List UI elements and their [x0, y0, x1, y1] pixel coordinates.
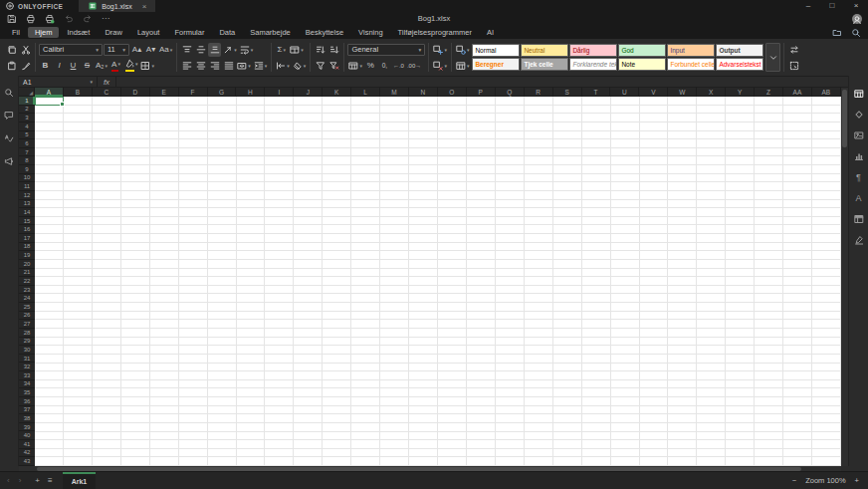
copy-style-button[interactable] — [19, 59, 32, 73]
cell-styles-expand-button[interactable] — [765, 43, 780, 72]
column-header-b[interactable]: B — [64, 88, 93, 97]
row-header-13[interactable]: 13 — [19, 200, 35, 209]
row-header-20[interactable]: 20 — [19, 260, 35, 269]
column-header-q[interactable]: Q — [496, 88, 525, 97]
cell-style-output[interactable]: Output — [716, 44, 763, 57]
row-header-2[interactable]: 2 — [19, 106, 35, 115]
cell-style-neutral[interactable]: Neutral — [521, 44, 568, 57]
column-header-p[interactable]: P — [467, 88, 496, 97]
zoom-out-button[interactable]: − — [792, 476, 796, 485]
row-header-36[interactable]: 36 — [19, 397, 35, 406]
column-header-x[interactable]: X — [697, 88, 726, 97]
align-center-button[interactable] — [194, 59, 207, 73]
menu-tab-ai[interactable]: AI — [480, 27, 501, 38]
menu-tab-hjem[interactable]: Hjem — [28, 27, 60, 38]
column-header-o[interactable]: O — [438, 88, 467, 97]
row-header-26[interactable]: 26 — [19, 312, 35, 321]
panel-search-button[interactable] — [2, 86, 16, 98]
decrease-font-button[interactable]: A▾ — [144, 43, 157, 57]
row-header-22[interactable]: 22 — [19, 277, 35, 286]
panel-comments-button[interactable] — [2, 109, 16, 121]
column-header-z[interactable]: Z — [755, 88, 783, 97]
merge-cells-button[interactable]: ▾ — [236, 59, 252, 73]
row-header-5[interactable]: 5 — [19, 131, 35, 140]
cell-style-note[interactable]: Note — [618, 58, 666, 71]
row-header-16[interactable]: 16 — [19, 225, 35, 234]
row-header-19[interactable]: 19 — [19, 251, 35, 260]
column-header-n[interactable]: N — [409, 88, 438, 97]
column-header-u[interactable]: U — [610, 88, 639, 97]
row-header-29[interactable]: 29 — [19, 338, 35, 347]
row-header-8[interactable]: 8 — [19, 156, 35, 165]
row-header-23[interactable]: 23 — [19, 286, 35, 295]
orientation-button[interactable]: ▾ — [222, 43, 238, 57]
underline-button[interactable]: U — [67, 59, 80, 73]
menu-tab-samarbejde[interactable]: Samarbejde — [243, 27, 297, 38]
row-header-37[interactable]: 37 — [19, 406, 35, 415]
column-header-j[interactable]: J — [294, 88, 323, 97]
autosum-button[interactable]: Σ▾ — [275, 43, 288, 57]
increase-decimal-button[interactable]: .00→ — [406, 59, 422, 73]
format-as-table-button[interactable]: ▾ — [455, 59, 471, 73]
align-top-button[interactable] — [180, 43, 193, 57]
column-header-h[interactable]: H — [236, 88, 265, 97]
font-name-select[interactable]: Calibri▾ — [39, 44, 103, 56]
menu-tab-indsæt[interactable]: Indsæt — [60, 27, 97, 38]
row-header-39[interactable]: 39 — [19, 423, 35, 432]
row-header-15[interactable]: 15 — [19, 217, 35, 226]
cell-style-input[interactable]: Input — [667, 44, 715, 57]
wrap-text-button[interactable]: ▾ — [239, 43, 255, 57]
row-header-25[interactable]: 25 — [19, 303, 35, 312]
clear-button[interactable]: ▾ — [292, 59, 308, 73]
percent-style-button[interactable]: % — [364, 59, 377, 73]
row-header-17[interactable]: 17 — [19, 234, 35, 243]
fill-color-button[interactable]: ▾ — [123, 59, 139, 73]
prev-sheet-button[interactable]: ‹ — [7, 476, 10, 485]
menu-tab-formular[interactable]: Formular — [167, 27, 211, 38]
row-header-27[interactable]: 27 — [19, 320, 35, 329]
vertical-scrollbar[interactable] — [841, 88, 848, 466]
row-header-6[interactable]: 6 — [19, 139, 35, 148]
row-header-21[interactable]: 21 — [19, 269, 35, 278]
row-header-40[interactable]: 40 — [19, 431, 35, 440]
align-left-button[interactable] — [180, 59, 193, 73]
subscript-button[interactable]: A₂▾ — [95, 59, 108, 73]
align-justify-button[interactable] — [222, 59, 235, 73]
menu-tab-tilføjelsesprogrammer[interactable]: Tilføjelsesprogrammer — [391, 27, 479, 38]
cell-style-dårlig[interactable]: Dårlig — [569, 44, 617, 57]
font-color-button[interactable]: A▾ — [109, 59, 122, 73]
sort-ascending-button[interactable] — [314, 43, 326, 57]
cell-style-god[interactable]: God — [618, 44, 666, 57]
row-header-10[interactable]: 10 — [19, 174, 35, 183]
vertical-scrollbar-thumb[interactable] — [842, 90, 847, 147]
indent-button[interactable]: ▾ — [253, 59, 269, 73]
column-header-m[interactable]: M — [380, 88, 409, 97]
select-all-corner[interactable]: ◢ — [19, 88, 35, 97]
cut-button[interactable] — [19, 43, 32, 57]
menu-tab-data[interactable]: Data — [212, 27, 242, 38]
cell-style-normal[interactable]: Normal — [472, 44, 520, 57]
column-header-c[interactable]: C — [93, 88, 121, 97]
zoom-in-button[interactable]: + — [855, 476, 859, 485]
row-header-30[interactable]: 30 — [19, 346, 35, 355]
panel-spellcheck-button[interactable] — [2, 131, 16, 143]
decrease-decimal-button[interactable]: ←.0 — [392, 59, 405, 73]
row-header-38[interactable]: 38 — [19, 414, 35, 423]
sheet-list-button[interactable]: ≡ — [48, 476, 53, 485]
filter-button[interactable] — [314, 59, 326, 73]
cell-style-forbundet-celle[interactable]: Forbundet celle — [667, 58, 715, 71]
conditional-formatting-button[interactable]: ▾ — [455, 43, 471, 57]
row-header-7[interactable]: 7 — [19, 148, 35, 157]
comma-style-button[interactable]: 0, — [378, 59, 391, 73]
column-header-k[interactable]: K — [323, 88, 351, 97]
column-header-aa[interactable]: AA — [783, 88, 812, 97]
font-size-select[interactable]: 11▾ — [104, 44, 129, 56]
column-header-i[interactable]: I — [265, 88, 294, 97]
panel-image-settings-button[interactable] — [852, 129, 866, 141]
panel-cell-settings-button[interactable] — [852, 88, 866, 100]
row-header-4[interactable]: 4 — [19, 122, 35, 131]
cell-style-tjek-celle[interactable]: Tjek celle — [521, 58, 568, 71]
bold-button[interactable]: B — [39, 59, 52, 73]
align-middle-button[interactable] — [194, 43, 207, 57]
align-bottom-button[interactable] — [208, 43, 221, 57]
